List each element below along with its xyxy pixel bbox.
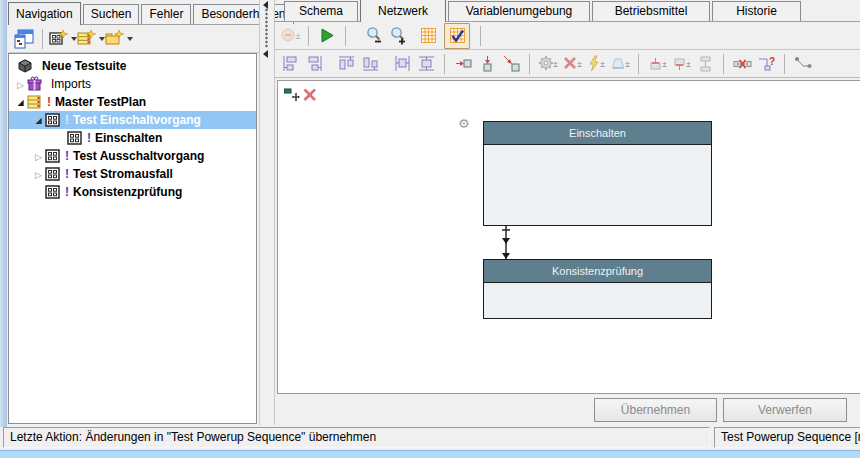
snap-down-icon xyxy=(478,54,497,73)
red-x-icon xyxy=(562,55,578,72)
node-einschalten[interactable]: Einschalten xyxy=(483,121,712,226)
gear-icon xyxy=(538,55,554,72)
left-tab-bar: Navigation Suchen Fehler Besonderheiten xyxy=(8,1,260,25)
align-right-button[interactable] xyxy=(302,52,326,76)
align-right-icon xyxy=(305,54,324,73)
tree-item-label: Imports xyxy=(51,75,91,93)
new-testplan-button[interactable] xyxy=(77,27,105,51)
network-canvas[interactable]: ⚙ Einschalten Konsistenzprüfung xyxy=(277,80,860,394)
zoom-out-icon xyxy=(365,26,384,45)
discard-button[interactable]: Verwerfen xyxy=(723,398,847,422)
align-left-button[interactable] xyxy=(278,52,302,76)
new-folder-button[interactable] xyxy=(105,27,133,51)
new-folder-icon xyxy=(105,30,124,47)
toolbar-separator xyxy=(42,29,43,49)
align-top-button[interactable] xyxy=(334,52,358,76)
status-current-item: Test Powerup Sequence [n xyxy=(714,427,860,448)
testsuite-tree: Neue Testsuite Imports !Master TestPlan … xyxy=(8,53,257,424)
run-play-icon xyxy=(319,27,335,44)
move-node-tool[interactable] xyxy=(284,88,300,103)
snap-down-button[interactable] xyxy=(475,52,499,76)
polyline-connector-icon xyxy=(794,55,813,72)
tree-item-einschalten[interactable]: !Einschalten xyxy=(9,129,256,147)
tab-netzwerk[interactable]: Netzwerk xyxy=(360,0,446,22)
tree-item-konsistenzpruefung[interactable]: !Konsistenzprüfung xyxy=(9,183,256,201)
center-horizontal-button[interactable] xyxy=(390,52,414,76)
tab-variablenumgebung[interactable]: Variablenumgebung xyxy=(448,1,590,21)
expander-expanded-icon[interactable] xyxy=(15,92,26,112)
show-window-icon xyxy=(13,28,35,50)
grid-button[interactable] xyxy=(416,24,440,48)
edge-einschalten-konsistenzpruefung[interactable] xyxy=(499,225,513,261)
toolbar-separator xyxy=(444,54,445,74)
tab-schema[interactable]: Schema xyxy=(284,1,358,21)
imports-gift-icon xyxy=(26,76,43,92)
expander-collapsed-icon[interactable] xyxy=(33,147,44,166)
layout-toolbar: ? xyxy=(274,50,860,78)
tree-item-label: Master TestPlan xyxy=(55,93,146,111)
settings-button[interactable] xyxy=(536,52,560,76)
editor-tab-bar: Schema Netzwerk Variablenumgebung Betrie… xyxy=(274,0,860,22)
status-last-action: Letzte Aktion: Änderungen in "Test Power… xyxy=(3,427,710,448)
tree-item-label: Test Einschaltvorgang xyxy=(73,111,201,129)
panel-splitter[interactable] xyxy=(259,0,275,425)
testplan-icon xyxy=(26,94,43,110)
tab-betriebsmittel[interactable]: Betriebsmittel xyxy=(592,1,710,21)
polyline-connector-button[interactable] xyxy=(791,52,815,76)
lamp-icon xyxy=(610,55,626,72)
zoom-in-button[interactable] xyxy=(386,24,410,48)
new-testcase-icon xyxy=(49,30,68,47)
delete-selection-tool[interactable] xyxy=(303,88,319,103)
zoom-out-button[interactable] xyxy=(362,24,386,48)
show-navigation-window-button[interactable] xyxy=(12,27,36,51)
remove-step-button[interactable] xyxy=(278,24,302,48)
snap-diagonal-button[interactable] xyxy=(499,52,523,76)
tab-fehler[interactable]: Fehler xyxy=(141,4,191,24)
tree-item-imports[interactable]: Imports xyxy=(9,75,256,93)
run-button[interactable] xyxy=(315,24,339,48)
lamp-button[interactable] xyxy=(608,52,632,76)
tree-item-label: Test Stromausfall xyxy=(73,165,173,183)
tree-item-test-stromausfall[interactable]: !Test Stromausfall xyxy=(9,165,256,183)
testcase-icon xyxy=(44,112,61,128)
node-title[interactable]: Einschalten xyxy=(484,122,711,145)
tree-item-master-testplan[interactable]: !Master TestPlan xyxy=(9,93,256,111)
tab-navigation[interactable]: Navigation xyxy=(8,2,81,25)
pin-top-icon xyxy=(647,55,663,72)
expander-expanded-icon[interactable] xyxy=(33,110,44,130)
node-konsistenzpruefung[interactable]: Konsistenzprüfung xyxy=(483,259,712,319)
testsuite-icon xyxy=(17,58,34,74)
tree-item-test-einschaltvorgang[interactable]: !Test Einschaltvorgang xyxy=(9,111,256,129)
link-nodes-button[interactable] xyxy=(693,52,717,76)
align-bottom-icon xyxy=(361,54,380,73)
trigger-button[interactable] xyxy=(584,52,608,76)
window-frame-bottom xyxy=(0,450,860,458)
connection-question-icon: ? xyxy=(756,55,776,72)
node-title[interactable]: Konsistenzprüfung xyxy=(484,260,711,283)
pin-bottom-button[interactable] xyxy=(669,52,693,76)
align-bottom-button[interactable] xyxy=(358,52,382,76)
pin-top-button[interactable] xyxy=(645,52,669,76)
node-gear-icon[interactable]: ⚙ xyxy=(458,117,470,130)
tree-item-test-ausschaltvorgang[interactable]: !Test Ausschaltvorgang xyxy=(9,147,256,165)
snap-diagonal-icon xyxy=(502,54,521,73)
tab-historie[interactable]: Historie xyxy=(712,1,801,21)
tree-item-neue-testsuite[interactable]: Neue Testsuite xyxy=(9,57,256,75)
snap-right-icon xyxy=(454,54,473,73)
connection-unknown-button[interactable]: ? xyxy=(754,52,778,76)
tab-suchen[interactable]: Suchen xyxy=(83,4,140,24)
expander-collapsed-icon[interactable] xyxy=(15,75,26,94)
disconnect-button[interactable] xyxy=(730,52,754,76)
expander-collapsed-icon[interactable] xyxy=(33,165,44,184)
delete-button[interactable] xyxy=(560,52,584,76)
toolbar-separator xyxy=(638,54,639,74)
pin-bottom-icon xyxy=(671,55,687,72)
snap-right-button[interactable] xyxy=(451,52,475,76)
apply-button[interactable]: Übernehmen xyxy=(594,398,717,422)
align-left-icon xyxy=(281,54,300,73)
snap-to-grid-button[interactable] xyxy=(444,23,470,49)
center-vertical-button[interactable] xyxy=(414,52,438,76)
new-testcase-button[interactable] xyxy=(49,27,77,51)
remove-circle-icon xyxy=(280,27,297,44)
align-top-icon xyxy=(337,54,356,73)
